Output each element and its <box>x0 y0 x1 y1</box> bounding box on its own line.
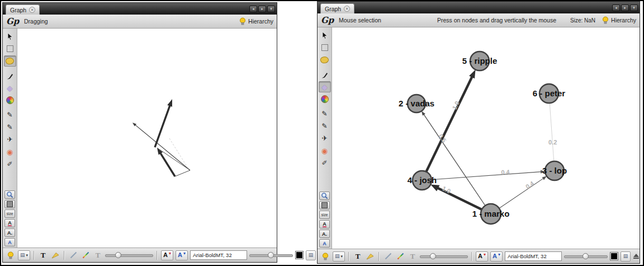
reset-label-visibility-button[interactable]: A <box>319 239 330 248</box>
canvas-quick-buttons: size A A. A <box>319 192 330 248</box>
tab-label: Graph <box>325 6 341 12</box>
tab-menu-button[interactable]: ▾ <box>630 4 638 11</box>
separator <box>157 251 158 260</box>
label-size-a-icon: A. <box>322 231 327 237</box>
label-scale-slider[interactable] <box>564 253 608 260</box>
show-node-labels-button[interactable]: T <box>38 250 48 260</box>
node-label-color-button[interactable]: A▾ <box>476 251 488 262</box>
edge-arrow-icon <box>366 253 374 260</box>
edge-display-dropdown[interactable]: ▤▾ <box>18 250 30 260</box>
font-field[interactable]: Arial-BoldMT, 32 <box>190 250 247 260</box>
rectangle-selection-tool[interactable] <box>319 42 331 53</box>
edit-tool[interactable]: ✐ <box>319 157 331 169</box>
color-square-icon <box>7 201 13 207</box>
cursor-arrow-icon <box>321 31 328 39</box>
edge-display-dropdown[interactable]: ▤▾ <box>333 251 345 262</box>
tab-close-icon[interactable]: ✕ <box>29 7 35 13</box>
color-mark-icon: ▾ <box>169 251 171 256</box>
show-edge-labels-button[interactable]: T <box>408 251 418 262</box>
background-color-button[interactable] <box>319 201 330 209</box>
label-color-swatch[interactable] <box>295 251 304 259</box>
graph-window-right: Graph ✕ ◂ ▸ ▾ Gp Mouse selection Press o… <box>317 1 640 264</box>
show-node-labels-button[interactable]: T <box>353 251 363 262</box>
slider-thumb[interactable] <box>430 253 436 259</box>
painter-tool[interactable] <box>4 70 16 81</box>
brush-color-tool[interactable] <box>4 95 16 106</box>
scroll-tabs-left-button[interactable]: ◂ <box>612 4 620 11</box>
hierarchy-toggle[interactable]: Hierarchy <box>239 17 273 25</box>
painter-tool[interactable] <box>319 69 331 80</box>
sizer-tool[interactable]: ◆ <box>4 82 16 94</box>
sizer-tool[interactable]: ◆ <box>319 81 331 92</box>
node-label-size-button[interactable]: A▾ <box>176 250 188 260</box>
center-graph-button[interactable] <box>319 192 330 200</box>
scroll-tabs-left-button[interactable]: ◂ <box>249 6 257 12</box>
node-label-color-button[interactable]: A▾ <box>161 250 173 260</box>
edge-color-mode-button[interactable] <box>68 250 78 260</box>
attributes-button[interactable]: ▤ <box>621 251 631 262</box>
graph-canvas[interactable]: 1.00.51.00.40.40.25 - ripple2 - vadas6 -… <box>332 27 640 249</box>
heat-map-tool[interactable]: ◉ <box>4 146 16 157</box>
label-scale-slider[interactable] <box>249 251 293 259</box>
slider-thumb[interactable] <box>115 252 121 258</box>
canvas-quick-buttons: size A A. A <box>4 190 15 246</box>
size-mark-icon: ▾ <box>498 253 500 257</box>
attributes-icon: ▤ <box>309 253 314 258</box>
edit-tool[interactable]: ✐ <box>4 158 16 170</box>
show-edge-labels-button[interactable]: T <box>93 250 103 260</box>
attributes-button[interactable]: ▤ <box>306 250 316 260</box>
reset-sizes-button[interactable]: size <box>319 211 330 219</box>
tab-graph[interactable]: Graph ✕ <box>6 4 40 15</box>
shortest-path-tool[interactable]: ✈ <box>319 133 331 144</box>
edge-scale-slider[interactable] <box>420 253 468 260</box>
edge-rainbow-mode-button[interactable] <box>80 250 91 260</box>
hierarchy-toggle[interactable]: Hierarchy <box>602 16 636 24</box>
edge-preset-icon: ▤ <box>20 253 25 258</box>
scroll-tabs-right-button[interactable]: ▸ <box>621 4 629 11</box>
reset-label-size-button[interactable]: A. <box>319 230 330 238</box>
scroll-tabs-right-button[interactable]: ▸ <box>258 6 266 12</box>
node-pencil-tool[interactable]: ✎ <box>4 109 16 120</box>
bottom-toolbar: ▤▾ T T A▾ A▾ Arial-BoldMT, 32 ▤ <box>318 249 640 263</box>
brush-color-tool[interactable] <box>319 94 331 105</box>
node-label-size-button[interactable]: A▾ <box>490 251 503 262</box>
direct-selection-tool[interactable] <box>319 30 331 41</box>
label-color-swatch[interactable] <box>610 252 618 260</box>
center-graph-button[interactable] <box>4 190 15 199</box>
lightbulb-icon <box>602 16 609 24</box>
show-edges-button[interactable] <box>50 250 60 260</box>
tab-close-icon[interactable]: ✕ <box>344 6 350 12</box>
eject-icon[interactable] <box>633 254 640 259</box>
background-light-button[interactable] <box>6 250 16 260</box>
background-color-button[interactable] <box>4 200 15 208</box>
brush-icon <box>321 71 328 78</box>
reset-label-colors-button[interactable]: A <box>4 219 15 227</box>
reset-label-size-button[interactable]: A. <box>4 228 15 237</box>
drag-tool[interactable] <box>319 54 331 66</box>
tab-menu-button[interactable]: ▾ <box>267 6 275 12</box>
lightbulb-icon <box>7 251 14 259</box>
shortest-path-tool[interactable]: ✈ <box>4 134 16 145</box>
edge-color-mode-button[interactable] <box>383 251 393 262</box>
edge-pencil-tool[interactable]: ✎ <box>4 122 16 133</box>
node-pencil-tool[interactable]: ✎ <box>319 108 331 119</box>
edge-pencil-tool[interactable]: ✎ <box>319 120 331 132</box>
edge-segment <box>135 124 190 170</box>
reset-label-colors-button[interactable]: A <box>319 220 330 228</box>
graph-canvas[interactable] <box>17 29 277 248</box>
font-field[interactable]: Arial-BoldMT, 32 <box>505 251 562 261</box>
reset-sizes-button[interactable]: size <box>4 209 15 218</box>
slider-thumb[interactable] <box>268 252 274 258</box>
rectangle-selection-tool[interactable] <box>4 43 16 54</box>
slider-thumb[interactable] <box>583 253 589 259</box>
tab-graph[interactable]: Graph ✕ <box>320 3 354 13</box>
reset-label-visibility-button[interactable]: A <box>4 238 15 246</box>
magnifier-icon <box>321 192 328 199</box>
drag-tool[interactable] <box>4 55 16 67</box>
edge-scale-slider[interactable] <box>105 251 153 259</box>
heat-map-tool[interactable]: ◉ <box>319 145 331 156</box>
show-edges-button[interactable] <box>365 251 375 262</box>
edge-rainbow-mode-button[interactable] <box>395 251 405 262</box>
background-light-button[interactable] <box>320 251 330 262</box>
direct-selection-tool[interactable] <box>4 31 16 42</box>
